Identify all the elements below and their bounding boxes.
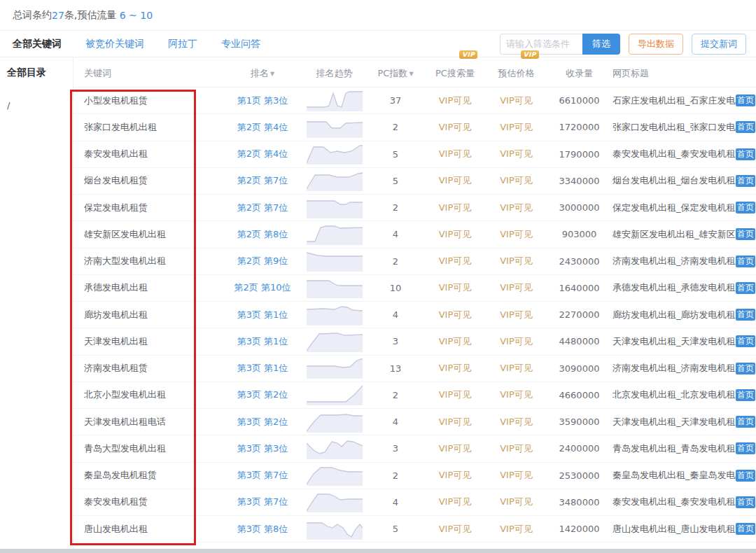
pc-search-vip-text: VIP可见 xyxy=(424,174,486,187)
table-row: 廊坊发电机出租第3页 第1位4VIP可见VIP可见2270000廊坊发电机出租_… xyxy=(74,302,756,328)
home-page-badge[interactable]: 首页 xyxy=(736,389,755,401)
price-vip-text: VIP可见 xyxy=(486,174,546,187)
rank-link[interactable]: 第2页 第4位 xyxy=(224,148,301,160)
home-page-badge[interactable]: 首页 xyxy=(736,148,755,160)
filter-button[interactable]: 筛选 xyxy=(582,34,620,55)
pc-index-value: 2 xyxy=(368,122,424,132)
trend-cell xyxy=(301,144,368,164)
submit-new-words-button[interactable]: 提交新词 xyxy=(692,34,746,55)
home-page-badge[interactable]: 首页 xyxy=(736,470,755,482)
home-page-badge[interactable]: 首页 xyxy=(736,175,755,187)
trend-sparkline-chart xyxy=(307,144,363,164)
home-page-badge[interactable]: 首页 xyxy=(736,523,755,535)
pc-index-value: 5 xyxy=(368,176,424,186)
rank-link[interactable]: 第2页 第4位 xyxy=(224,121,301,134)
tab-bar: 全部关键词 被竞价关键词 阿拉丁 专业问答 筛选 导出数据 提交新词 xyxy=(0,31,756,57)
tab-aladdin[interactable]: 阿拉丁 xyxy=(168,38,197,50)
rank-link[interactable]: 第3页 第1位 xyxy=(224,309,301,321)
home-page-badge[interactable]: 首页 xyxy=(736,121,755,133)
home-page-badge[interactable]: 首页 xyxy=(736,309,755,321)
col-pc-index-sortable[interactable]: PC指数▼ xyxy=(368,67,424,80)
inclusion-value: 6610000 xyxy=(546,95,612,106)
page-title-cell: 泰安发电机出租_泰安发电机租赁首页 xyxy=(612,148,756,160)
home-page-badge[interactable]: 首页 xyxy=(736,202,755,214)
col-page-title: 网页标题 xyxy=(612,67,756,80)
keyword-text: 承德发电机出租 xyxy=(74,281,224,294)
trend-sparkline-chart xyxy=(307,491,363,512)
col-rank-sortable[interactable]: 排名▼ xyxy=(224,67,301,80)
col-estimated-price: VIP预估价格 xyxy=(486,67,546,80)
page-title-cell: 张家口发电机出租_张家口发电机首页 xyxy=(612,121,756,134)
home-page-badge[interactable]: 首页 xyxy=(736,255,755,267)
price-vip-text: VIP可见 xyxy=(486,281,546,294)
rank-link[interactable]: 第2页 第9位 xyxy=(224,255,301,267)
trend-cell xyxy=(301,251,368,272)
chevron-down-icon: ▼ xyxy=(270,71,274,77)
home-page-badge[interactable]: 首页 xyxy=(736,94,755,106)
price-vip-text: VIP可见 xyxy=(486,388,546,401)
home-page-badge[interactable]: 首页 xyxy=(736,335,755,347)
home-page-badge[interactable]: 首页 xyxy=(736,363,755,374)
filter-input[interactable] xyxy=(500,34,582,55)
pc-search-vip-text: VIP可见 xyxy=(424,416,486,428)
pc-index-value: 4 xyxy=(368,229,424,239)
page-title-text: 天津发电机出租_天津发电机租赁 xyxy=(612,416,736,428)
page-title-cell: 承德发电机出租_承德发电机租赁首页 xyxy=(612,281,756,294)
pc-index-value: 2 xyxy=(368,202,424,213)
rank-link[interactable]: 第3页 第7位 xyxy=(224,469,301,482)
page-title-cell: 保定发电机出租_保定发电机租赁首页 xyxy=(612,202,756,214)
home-page-badge[interactable]: 首页 xyxy=(736,496,755,508)
pc-index-value: 37 xyxy=(368,95,424,106)
rank-link[interactable]: 第3页 第2位 xyxy=(224,416,301,428)
trend-sparkline-chart xyxy=(307,117,363,138)
rank-link[interactable]: 第3页 第7位 xyxy=(224,496,301,508)
keyword-text: 泰安发电机出租 xyxy=(74,148,224,160)
home-page-badge[interactable]: 首页 xyxy=(736,282,755,294)
inclusion-value: 3000000 xyxy=(546,202,612,213)
trend-sparkline-chart xyxy=(307,224,363,245)
table-row: 烟台发电机租赁第2页 第7位5VIP可见VIP可见3340000烟台发电机出租_… xyxy=(74,168,756,195)
rank-link[interactable]: 第3页 第1位 xyxy=(224,335,301,348)
keyword-text: 北京小型发电机出租 xyxy=(74,388,224,401)
inclusion-value: 903000 xyxy=(546,229,612,239)
page-bottom-edge xyxy=(0,549,756,553)
tab-all-keywords[interactable]: 全部关键词 xyxy=(13,38,62,50)
trend-sparkline-chart xyxy=(307,90,363,111)
rank-link[interactable]: 第2页 第7位 xyxy=(224,174,301,187)
trend-cell xyxy=(301,90,368,111)
tab-bid-keywords[interactable]: 被竞价关键词 xyxy=(85,38,144,50)
rank-link[interactable]: 第3页 第8位 xyxy=(224,523,301,536)
page-title-text: 北京发电机出租_北京发电机租赁 xyxy=(612,388,736,401)
directory-sidebar: 全部目录 / xyxy=(0,57,74,553)
trend-sparkline-chart xyxy=(307,197,363,218)
keyword-text: 雄安新区发电机出租 xyxy=(74,228,224,241)
rank-link[interactable]: 第2页 第10位 xyxy=(224,281,301,294)
pc-index-value: 3 xyxy=(368,443,424,454)
home-page-badge[interactable]: 首页 xyxy=(736,442,755,454)
home-page-badge[interactable]: 首页 xyxy=(736,228,755,240)
rank-link[interactable]: 第2页 第7位 xyxy=(224,202,301,214)
page-title-cell: 雄安新区发电机出租_雄安新区发首页 xyxy=(612,228,756,241)
export-data-button[interactable]: 导出数据 xyxy=(629,34,683,55)
rank-link[interactable]: 第3页 第1位 xyxy=(224,362,301,374)
pc-search-vip-text: VIP可见 xyxy=(424,309,486,321)
home-page-badge[interactable]: 首页 xyxy=(736,416,755,428)
page-title-text: 石家庄发电机出租_石家庄发电机 xyxy=(612,94,736,107)
rank-link[interactable]: 第1页 第3位 xyxy=(224,94,301,107)
page-title-cell: 烟台发电机出租_烟台发电机租赁首页 xyxy=(612,174,756,187)
pc-index-value: 3 xyxy=(368,336,424,346)
inclusion-value: 3090000 xyxy=(546,363,612,374)
pc-index-value: 2 xyxy=(368,390,424,400)
rank-link[interactable]: 第3页 第2位 xyxy=(224,388,301,401)
keyword-text: 青岛大型发电机出租 xyxy=(74,442,224,455)
rank-link[interactable]: 第2页 第8位 xyxy=(224,228,301,241)
keyword-table: 关键词 排名▼ 排名趋势 PC指数▼ VIPPC搜索量 VIP预估价格 收录量 … xyxy=(74,57,756,553)
table-row: 泰安发电机租赁第3页 第7位4VIP可见VIP可见3480000泰安发电机出租_… xyxy=(74,489,756,516)
trend-sparkline-chart xyxy=(307,304,363,326)
tab-qa[interactable]: 专业问答 xyxy=(221,38,260,50)
pc-search-vip-text: VIP可见 xyxy=(424,523,486,536)
pc-search-vip-text: VIP可见 xyxy=(424,255,486,267)
sidebar-item-root[interactable]: / xyxy=(7,100,73,111)
rank-link[interactable]: 第3页 第3位 xyxy=(224,442,301,455)
pc-search-vip-text: VIP可见 xyxy=(424,148,486,160)
